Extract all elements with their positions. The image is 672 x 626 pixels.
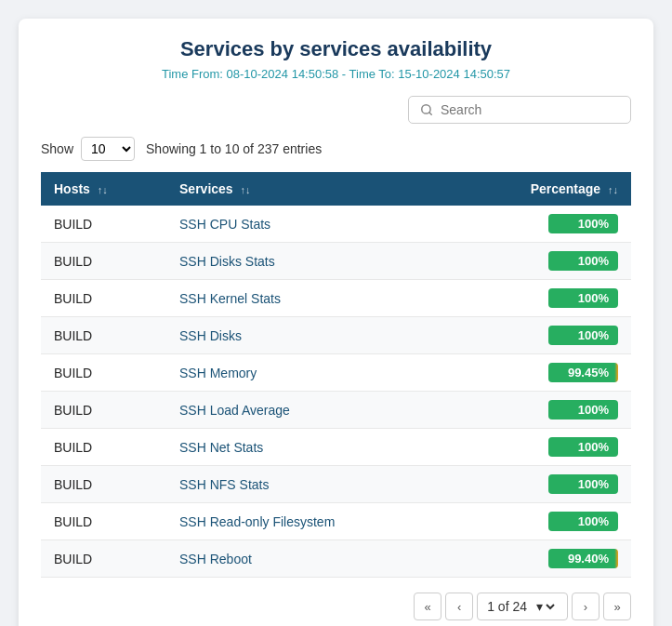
- percentage-cell: 99.45%: [452, 354, 631, 392]
- first-page-button[interactable]: «: [414, 593, 441, 620]
- service-cell: SSH Kernel Stats: [166, 280, 452, 317]
- entries-info: Showing 1 to 10 of 237 entries: [146, 141, 322, 156]
- last-page-button[interactable]: »: [603, 593, 631, 620]
- host-cell: BUILD: [41, 503, 166, 540]
- table-row: BUILDSSH Kernel Stats100%: [41, 280, 631, 317]
- search-box: [408, 96, 631, 124]
- percentage-cell: 100%: [452, 243, 631, 280]
- percentage-sort-icon: ↑↓: [608, 184, 618, 195]
- percentage-cell: 100%: [452, 317, 631, 354]
- show-select[interactable]: 10 25 50 100: [81, 137, 135, 161]
- host-cell: BUILD: [41, 392, 166, 429]
- percentage-cell: 100%: [452, 206, 631, 243]
- service-cell: SSH Disks Stats: [166, 243, 452, 280]
- host-cell: BUILD: [41, 206, 166, 243]
- host-cell: BUILD: [41, 354, 166, 392]
- service-cell: SSH Reboot: [166, 540, 452, 578]
- percentage-cell: 100%: [452, 466, 631, 503]
- table-row: BUILDSSH Reboot99.40%: [41, 540, 631, 578]
- page-title: Services by services availability: [41, 37, 631, 61]
- host-cell: BUILD: [41, 280, 166, 317]
- percentage-bar: 100%: [548, 214, 618, 233]
- page-dropdown[interactable]: ▾: [533, 598, 558, 615]
- percentage-bar: 100%: [548, 400, 618, 420]
- table-row: BUILDSSH NFS Stats100%: [41, 466, 631, 503]
- table-row: BUILDSSH Disks Stats100%: [41, 243, 631, 280]
- table-header-row: Hosts ↑↓ Services ↑↓ Percentage ↑↓: [41, 172, 631, 206]
- percentage-cell: 99.40%: [452, 540, 631, 578]
- hosts-sort-icon: ↑↓: [98, 184, 108, 195]
- table-row: BUILDSSH CPU Stats100%: [41, 206, 631, 243]
- percentage-bar: 99.45%: [548, 363, 618, 382]
- service-cell: SSH NFS Stats: [166, 466, 452, 503]
- percentage-cell: 100%: [452, 503, 631, 540]
- percentage-bar: 100%: [548, 326, 618, 345]
- table-row: BUILDSSH Disks100%: [41, 317, 631, 354]
- col-services[interactable]: Services ↑↓: [166, 172, 452, 206]
- search-icon: [420, 103, 433, 116]
- service-cell: SSH CPU Stats: [166, 206, 452, 243]
- prev-page-button[interactable]: ‹: [445, 593, 473, 620]
- show-label: Show: [41, 141, 73, 156]
- percentage-bar: 100%: [548, 512, 618, 531]
- percentage-cell: 100%: [452, 392, 631, 429]
- percentage-bar: 100%: [548, 288, 618, 308]
- col-percentage[interactable]: Percentage ↑↓: [452, 172, 631, 206]
- service-cell: SSH Disks: [166, 317, 452, 354]
- search-row: [41, 96, 631, 124]
- main-card: Services by services availability Time F…: [19, 19, 653, 626]
- service-cell: SSH Net Stats: [166, 429, 452, 466]
- host-cell: BUILD: [41, 540, 166, 578]
- table-row: BUILDSSH Load Average100%: [41, 392, 631, 429]
- svg-line-1: [429, 113, 432, 115]
- host-cell: BUILD: [41, 243, 166, 280]
- time-range: Time From: 08-10-2024 14:50:58 - Time To…: [41, 67, 631, 81]
- show-row: Show 10 25 50 100 Showing 1 to 10 of 237…: [41, 137, 631, 161]
- page-display: 1 of 24: [487, 599, 527, 614]
- percentage-cell: 100%: [452, 429, 631, 466]
- pagination: « ‹ 1 of 24 ▾ › »: [41, 593, 631, 620]
- table-row: BUILDSSH Net Stats100%: [41, 429, 631, 466]
- host-cell: BUILD: [41, 466, 166, 503]
- service-cell: SSH Memory: [166, 354, 452, 392]
- col-hosts[interactable]: Hosts ↑↓: [41, 172, 166, 206]
- service-cell: SSH Read-only Filesystem: [166, 503, 452, 540]
- host-cell: BUILD: [41, 429, 166, 466]
- table-row: BUILDSSH Read-only Filesystem100%: [41, 503, 631, 540]
- percentage-cell: 100%: [452, 280, 631, 317]
- percentage-bar: 100%: [548, 251, 618, 271]
- data-table: Hosts ↑↓ Services ↑↓ Percentage ↑↓ BUILD…: [41, 172, 631, 578]
- table-row: BUILDSSH Memory99.45%: [41, 354, 631, 392]
- search-input[interactable]: [441, 102, 619, 117]
- services-sort-icon: ↑↓: [241, 184, 251, 195]
- percentage-bar: 100%: [548, 474, 618, 494]
- next-page-button[interactable]: ›: [572, 593, 600, 620]
- host-cell: BUILD: [41, 317, 166, 354]
- percentage-bar: 99.40%: [548, 549, 618, 568]
- service-cell: SSH Load Average: [166, 392, 452, 429]
- percentage-bar: 100%: [548, 437, 618, 457]
- page-info: 1 of 24 ▾: [477, 593, 568, 620]
